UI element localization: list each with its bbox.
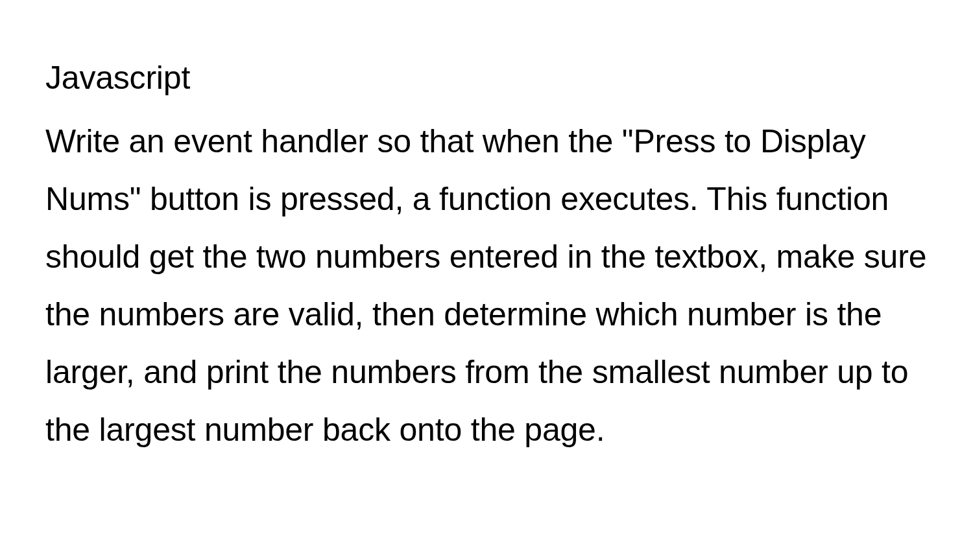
document-heading: Javascript — [45, 58, 928, 97]
document-body-text: Write an event handler so that when the … — [45, 113, 928, 459]
document-page: Javascript Write an event handler so tha… — [0, 0, 973, 459]
